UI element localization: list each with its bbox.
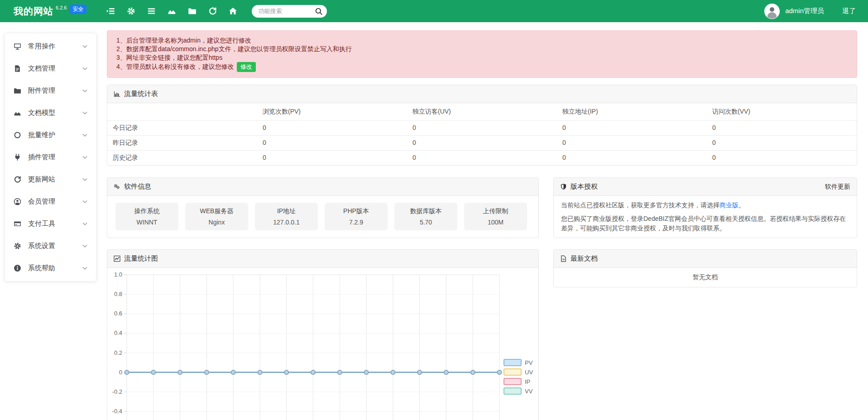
security-badge[interactable]: 安全 — [69, 5, 86, 14]
alert-line: 1、后台管理登录名称为admin，建议您进行修改 — [116, 36, 848, 45]
row-label: 昨日记录 — [107, 136, 257, 150]
sidebar-item-plugin-manage[interactable]: 插件管理 — [5, 146, 96, 168]
table-cell: 0 — [257, 121, 407, 135]
chevron-down-icon — [82, 45, 87, 48]
chevron-down-icon — [82, 134, 87, 137]
card-label: PHP版本 — [343, 207, 369, 215]
stream-icon[interactable] — [106, 7, 115, 15]
line-chart-icon — [114, 255, 120, 262]
bars-icon[interactable] — [147, 7, 156, 15]
sidebar-item-payment-tools[interactable]: 支付工具 — [5, 213, 96, 235]
legend-item-UV[interactable]: UV — [504, 369, 533, 376]
table-cell: 0 — [257, 151, 407, 165]
latest-docs-header: W 最新文档 — [554, 250, 857, 268]
sidebar-item-system-settings[interactable]: 系统设置 — [5, 235, 96, 257]
license-body: 当前站点已授权社区版，获取更多官方技术支持，请选择商业版。 您已购买了商业版授权… — [554, 196, 857, 238]
sidebar-item-update-site[interactable]: 更新网站 — [5, 168, 96, 191]
license-header: 版本授权 软件更新 — [554, 178, 857, 196]
software-info-panel: 软件信息 操作系统WINNTWEB服务器NginxIP地址127.0.0.1PH… — [107, 177, 539, 238]
user-name[interactable]: admin管理员 — [785, 7, 824, 15]
card-value: 7.2.9 — [349, 219, 363, 226]
sidebar-item-doc-model[interactable]: 文档模型 — [5, 102, 96, 124]
search-icon[interactable] — [313, 6, 324, 17]
panel-title: 流量统计表 — [124, 90, 158, 98]
chart-area-icon[interactable] — [168, 7, 176, 15]
legend-item-IP[interactable]: IP — [504, 378, 530, 385]
panel-title: 流量统计图 — [124, 254, 158, 263]
file-icon — [14, 65, 21, 72]
legend-item-VV[interactable]: VV — [504, 388, 533, 395]
info-card: IP地址127.0.0.1 — [255, 203, 318, 230]
business-edition-link[interactable]: 商业版 — [719, 201, 739, 209]
license-text: 。 — [739, 201, 745, 209]
svg-text:UV: UV — [525, 369, 533, 376]
chevron-down-icon — [82, 178, 87, 181]
card-label: WEB服务器 — [200, 207, 234, 215]
sidebar-item-doc-manage[interactable]: 文档管理 — [5, 57, 96, 80]
doc-icon: W — [560, 255, 567, 262]
bar-chart-icon — [114, 91, 120, 97]
brand-group: 我的网站 6.2.6 安全 — [14, 5, 86, 18]
sidebar-item-label: 系统帮助 — [28, 264, 55, 272]
shield-icon — [560, 183, 567, 190]
alert-line: 4、管理员默认名称没有修改，建议您修改修改 — [116, 62, 848, 72]
credit-card-icon — [14, 220, 21, 228]
modify-button[interactable]: 修改 — [237, 62, 256, 72]
sidebar-item-label: 批量维护 — [28, 131, 55, 139]
license-line-1: 当前站点已授权社区版，获取更多官方技术支持，请选择商业版。 — [561, 200, 849, 210]
table-cell: 0 — [707, 121, 857, 135]
sidebar-item-label: 附件管理 — [28, 86, 55, 95]
chevron-down-icon — [82, 89, 87, 93]
sidebar-item-batch-maint[interactable]: 批量维护 — [5, 124, 96, 146]
chevron-down-icon — [82, 67, 87, 71]
panel-title: 软件信息 — [124, 182, 151, 191]
user-icon — [14, 198, 21, 205]
svg-text:0.6: 0.6 — [114, 310, 122, 317]
row-label: 历史记录 — [107, 151, 257, 165]
sidebar-item-label: 支付工具 — [28, 220, 55, 228]
folder-icon[interactable] — [188, 7, 197, 15]
license-text: 当前站点已授权社区版，获取更多官方技术支持，请选择 — [561, 201, 719, 209]
nav-icon-group — [106, 7, 237, 15]
table-cell: 0 — [257, 136, 407, 150]
sidebar-item-attach-manage[interactable]: 附件管理 — [5, 80, 96, 102]
svg-text:PV: PV — [525, 359, 533, 366]
sidebar-item-member-manage[interactable]: 会员管理 — [5, 191, 96, 213]
table-cell: 0 — [707, 136, 857, 150]
chevron-down-icon — [82, 244, 87, 248]
table-cell: 0 — [557, 136, 707, 150]
table-row: 今日记录0000 — [107, 120, 857, 135]
svg-text:1.0: 1.0 — [114, 271, 122, 278]
card-label: 操作系统 — [134, 207, 160, 215]
legend-item-PV[interactable]: PV — [504, 359, 533, 366]
sidebar-item-label: 文档管理 — [28, 64, 55, 73]
home-icon[interactable] — [229, 7, 237, 15]
row-label: 今日记录 — [107, 121, 257, 135]
svg-text:0.2: 0.2 — [114, 349, 122, 356]
table-header-cell — [107, 103, 257, 120]
gear-icon[interactable] — [127, 7, 135, 15]
svg-text:0.4: 0.4 — [114, 329, 122, 336]
version-label: 6.2.6 — [56, 5, 67, 10]
panel-title: 版本授权 — [571, 182, 598, 191]
avatar[interactable] — [764, 4, 780, 19]
redo-icon — [14, 176, 21, 183]
card-value: Nginx — [209, 219, 225, 226]
software-cards: 操作系统WINNTWEB服务器NginxIP地址127.0.0.1PHP版本7.… — [107, 196, 538, 237]
table-header-cell: 独立地址(IP) — [557, 103, 707, 120]
sidebar-item-system-help[interactable]: 系统帮助 — [5, 257, 96, 279]
card-value: 100M — [488, 219, 504, 226]
svg-text:VV: VV — [525, 388, 533, 395]
sidebar-item-label: 更新网站 — [28, 175, 55, 184]
logout-link[interactable]: 退了 — [842, 7, 856, 15]
chart-canvas: 1.00.80.60.40.20-0.2-0.4PVUVIPVV — [107, 268, 538, 420]
table-header-cell: 访问次数(VV) — [707, 103, 857, 120]
card-label: IP地址 — [277, 207, 296, 215]
software-update-link[interactable]: 软件更新 — [825, 183, 850, 191]
table-cell: 0 — [557, 151, 707, 165]
search-input[interactable] — [258, 8, 313, 14]
redo-icon[interactable] — [208, 7, 217, 15]
alert-line: 3、网址非安全链接，建议您配置https — [116, 53, 848, 62]
table-row: 历史记录0000 — [107, 150, 857, 165]
sidebar-item-common-ops[interactable]: 常用操作 — [5, 35, 96, 57]
